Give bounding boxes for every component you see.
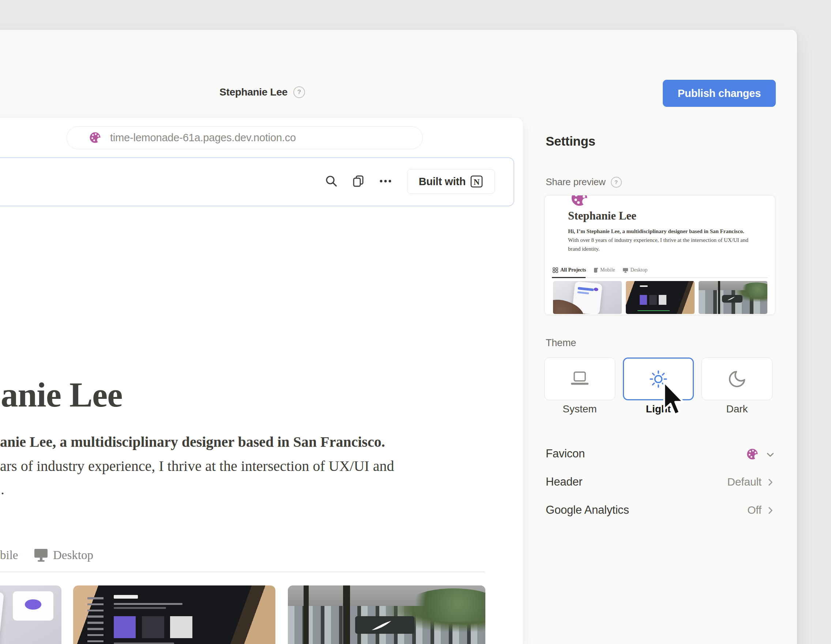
site-intro-regular: ars of industry experience, I thrive at … <box>0 459 394 473</box>
share-preview-label: Share preview <box>546 176 606 188</box>
phone-icon <box>593 268 598 273</box>
desktop-icon <box>33 547 48 563</box>
notion-logo-icon: N <box>470 175 483 188</box>
search-button[interactable] <box>324 174 339 188</box>
share-card-bio-3: brand identity. <box>568 246 600 252</box>
site-url-text: time-lemonade-61a.pages.dev.notion.co <box>110 132 296 144</box>
publish-changes-label: Publish changes <box>678 88 761 99</box>
share-card-active-tab-underline <box>552 277 586 278</box>
favicon-row-label: Favicon <box>546 447 585 460</box>
share-preview-header: Share preview ? <box>546 176 622 188</box>
help-icon[interactable]: ? <box>293 86 305 98</box>
grid-icon <box>552 268 558 273</box>
google-analytics-row-value: Off <box>747 504 761 516</box>
swoosh-icon <box>726 296 736 301</box>
share-card-tab-all-projects: All Projects <box>552 267 586 273</box>
project-thumbnail-mobile-app[interactable] <box>0 585 61 644</box>
theme-option-system[interactable] <box>544 357 615 400</box>
site-tab-desktop-label[interactable]: Desktop <box>53 548 93 562</box>
svg-text:N: N <box>474 177 480 187</box>
theme-label: Theme <box>546 337 576 349</box>
swoosh-icon <box>367 620 396 631</box>
share-card-tab-desktop: Desktop <box>622 267 648 273</box>
mouse-cursor <box>663 381 684 416</box>
copy-icon <box>352 174 365 188</box>
desktop-icon <box>622 268 628 273</box>
header-row-value: Default <box>727 476 761 488</box>
site-tab-mobile[interactable]: bile <box>0 548 18 562</box>
share-card-bio-2: With over 8 years of industry experience… <box>568 237 748 243</box>
header-row[interactable]: Header Default <box>546 475 775 491</box>
moon-icon <box>727 369 747 389</box>
chevron-right-icon <box>766 478 775 487</box>
favicon-row[interactable]: Favicon <box>546 447 775 463</box>
share-card-name: Stephanie Lee <box>568 209 637 223</box>
more-options-button[interactable] <box>378 174 393 188</box>
header-row-label: Header <box>546 475 582 488</box>
project-thumbnail-dark-portfolio[interactable] <box>73 585 275 644</box>
site-url-bar[interactable]: time-lemonade-61a.pages.dev.notion.co <box>67 126 423 149</box>
search-icon <box>325 174 338 188</box>
palette-icon <box>746 448 759 460</box>
share-card-thumbnail-nike-store <box>699 281 767 314</box>
publish-changes-button[interactable]: Publish changes <box>663 80 776 107</box>
settings-title: Settings <box>546 134 595 148</box>
palette-favicon-icon <box>89 131 101 144</box>
built-with-notion-badge[interactable]: Built with N <box>407 169 495 194</box>
help-icon[interactable]: ? <box>611 177 622 188</box>
site-divider <box>0 572 485 572</box>
google-analytics-row[interactable]: Google Analytics Off <box>546 504 775 520</box>
header: Stephanie Lee ? <box>220 86 305 98</box>
share-card-thumbnail-mobile-app <box>553 281 622 314</box>
chevron-down-icon <box>766 450 775 459</box>
google-analytics-row-label: Google Analytics <box>546 504 629 516</box>
project-thumbnail-nike-store[interactable] <box>288 585 486 644</box>
more-icon <box>379 174 392 188</box>
screen: Stephanie Lee ? Publish changes time-lem… <box>0 0 831 644</box>
copy-link-button[interactable] <box>351 174 366 188</box>
theme-option-dark[interactable] <box>702 357 772 400</box>
theme-option-system-label: System <box>544 403 615 415</box>
theme-option-dark-label: Dark <box>702 403 772 415</box>
palette-avatar-icon <box>570 195 589 207</box>
site-heading: anie Lee <box>1 378 122 412</box>
page-title: Stephanie Lee <box>220 86 288 98</box>
built-with-label: Built with <box>419 175 466 188</box>
site-intro-bold: anie Lee, a multidisciplinary designer b… <box>0 435 385 450</box>
share-preview-card: Stephanie Lee Hi, I’m Stephanie Lee, a m… <box>544 195 775 315</box>
site-tab-desktop[interactable] <box>33 547 48 564</box>
share-card-tabs: All Projects Mobile Desktop <box>552 267 647 273</box>
site-intro-tail: . <box>1 482 5 497</box>
laptop-icon <box>569 371 590 387</box>
share-card-thumbnail-dark-portfolio <box>626 281 694 314</box>
chevron-right-icon <box>766 506 775 515</box>
share-card-bio-1: Hi, I’m Stephanie Lee, a multidisciplina… <box>568 228 744 234</box>
share-card-tab-mobile: Mobile <box>593 267 615 273</box>
